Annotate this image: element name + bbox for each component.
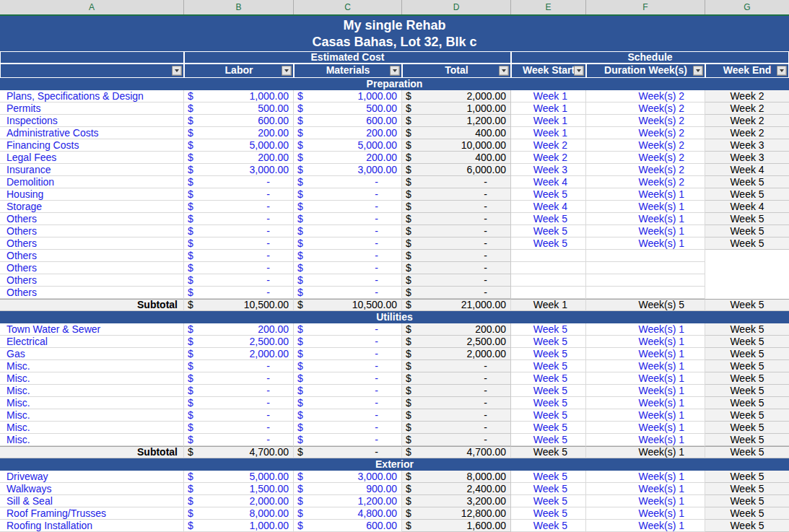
cell-materials[interactable]: $- [294,348,402,360]
cell-week-start[interactable]: Week 1 [511,90,586,103]
cell-week-start[interactable]: Week 5 [511,507,586,520]
cell-week-start[interactable]: Week 5 [511,323,586,336]
cell-materials[interactable]: $1,200.00 [294,495,402,507]
filter-cell-week-start[interactable]: Week Start [511,64,586,78]
cell-week-end[interactable]: Week 5 [705,397,789,409]
cell-duration[interactable]: Week(s) 1 [586,360,705,372]
cell-item-label[interactable]: Misc. [0,434,184,446]
cell-materials[interactable]: $- [294,188,402,201]
cell-item-label[interactable]: Town Water & Sewer [0,323,184,336]
autofilter-dropdown-icon[interactable] [282,66,292,76]
cell-item-label[interactable]: Others [0,213,184,225]
cell-duration[interactable] [586,250,705,262]
cell-total[interactable]: $1,600.00 [402,520,511,532]
autofilter-dropdown-icon[interactable] [499,66,509,76]
cell-item-label[interactable]: Electrical [0,336,184,348]
cell-duration[interactable]: Week(s) 1 [586,422,705,434]
cell-duration[interactable] [586,274,705,287]
cell-total[interactable]: $- [402,176,511,188]
cell-duration[interactable]: Week(s) 2 [586,115,705,127]
cell-labor[interactable]: $- [184,262,294,274]
column-letter-C[interactable]: C [294,0,402,14]
cell-week-start[interactable]: Week 5 [511,409,586,422]
cell-item-label[interactable]: Others [0,274,184,287]
cell-item-label[interactable]: Misc. [0,397,184,409]
cell-week-start[interactable]: Week 5 [511,360,586,372]
cell-total[interactable]: $- [402,422,511,434]
cell-duration[interactable]: Week(s) 1 [586,507,705,520]
filter-cell-total[interactable]: Total [402,64,511,78]
cell-duration[interactable]: Week(s) 1 [586,237,705,250]
cell-total[interactable]: $- [402,372,511,385]
subtotal-total[interactable]: $21,000.00 [402,299,511,311]
cell-total[interactable]: $2,000.00 [402,348,511,360]
cell-materials[interactable]: $3,000.00 [294,164,402,176]
cell-week-start[interactable] [511,262,586,274]
cell-materials[interactable]: $- [294,176,402,188]
cell-materials[interactable]: $- [294,274,402,287]
cell-materials[interactable]: $500.00 [294,103,402,115]
cell-total[interactable]: $2,400.00 [402,483,511,495]
cell-item-label[interactable]: Insurance [0,164,184,176]
cell-item-label[interactable]: Legal Fees [0,152,184,164]
cell-week-end[interactable]: Week 5 [705,323,789,336]
cell-labor[interactable]: $- [184,422,294,434]
cell-duration[interactable]: Week(s) 1 [586,336,705,348]
cell-materials[interactable]: $- [294,434,402,446]
cell-duration[interactable] [586,287,705,299]
cell-total[interactable]: $6,000.00 [402,164,511,176]
cell-week-start[interactable]: Week 5 [511,520,586,532]
cell-week-end[interactable]: Week 2 [705,90,789,103]
cell-total[interactable]: $- [402,213,511,225]
cell-materials[interactable]: $600.00 [294,115,402,127]
cell-duration[interactable]: Week(s) 1 [586,471,705,483]
cell-item-label[interactable]: Plans, Specifications & Design [0,90,184,103]
cell-week-end[interactable]: Week 4 [705,164,789,176]
cell-item-label[interactable]: Roofing Installation [0,520,184,532]
cell-duration[interactable]: Week(s) 2 [586,103,705,115]
cell-labor[interactable]: $- [184,201,294,213]
autofilter-dropdown-icon[interactable] [390,66,400,76]
column-letter-G[interactable]: G [705,0,789,14]
cell-duration[interactable]: Week(s) 1 [586,434,705,446]
cell-labor[interactable]: $600.00 [184,115,294,127]
cell-total[interactable]: $200.00 [402,323,511,336]
cell-week-start[interactable]: Week 5 [511,237,586,250]
title-banner[interactable]: My single Rehab Casas Bahas, Lot 32, Blk… [0,16,789,51]
filter-cell-materials[interactable]: Materials [294,64,402,78]
cell-week-end[interactable] [705,262,789,274]
cell-labor[interactable]: $500.00 [184,103,294,115]
cell-labor[interactable]: $5,000.00 [184,471,294,483]
cell-labor[interactable]: $2,000.00 [184,495,294,507]
cell-total[interactable]: $- [402,237,511,250]
cell-week-end[interactable]: Week 5 [705,225,789,237]
cell-week-end[interactable]: Week 5 [705,213,789,225]
cell-duration[interactable]: Week(s) 1 [586,188,705,201]
subtotal-materials[interactable]: $- [294,446,402,458]
cell-total[interactable]: $400.00 [402,152,511,164]
cell-labor[interactable]: $3,000.00 [184,164,294,176]
cell-week-start[interactable]: Week 2 [511,139,586,152]
cell-week-start[interactable] [511,250,586,262]
cell-labor[interactable]: $2,500.00 [184,336,294,348]
group-cell-blank[interactable] [0,51,184,64]
cell-duration[interactable]: Week(s) 1 [586,225,705,237]
cell-labor[interactable]: $- [184,287,294,299]
cell-materials[interactable]: $- [294,409,402,422]
cell-materials[interactable]: $- [294,287,402,299]
cell-week-end[interactable]: Week 5 [705,409,789,422]
cell-week-end[interactable]: Week 5 [705,471,789,483]
cell-materials[interactable]: $- [294,422,402,434]
cell-item-label[interactable]: Misc. [0,385,184,397]
cell-item-label[interactable]: Permits [0,103,184,115]
cell-total[interactable]: $- [402,287,511,299]
cell-labor[interactable]: $- [184,372,294,385]
cell-week-end[interactable]: Week 5 [705,483,789,495]
cell-total[interactable]: $12,800.00 [402,507,511,520]
cell-week-start[interactable]: Week 3 [511,164,586,176]
column-letter-E[interactable]: E [511,0,586,14]
cell-item-label[interactable]: Misc. [0,360,184,372]
cell-week-end[interactable]: Week 5 [705,176,789,188]
column-letter-F[interactable]: F [586,0,705,14]
cell-item-label[interactable]: Storage [0,201,184,213]
